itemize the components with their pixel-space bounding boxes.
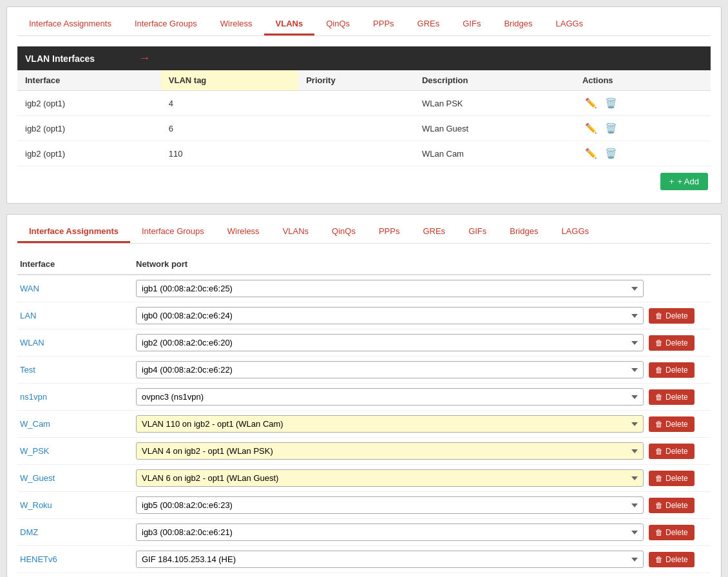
- iface-delete-button-8[interactable]: 🗑 Delete: [649, 498, 694, 513]
- top-tab-vlans[interactable]: VLANs: [264, 14, 315, 35]
- top-tab-laggs[interactable]: LAGGs: [544, 14, 595, 35]
- trash-icon: 🗑️: [605, 148, 617, 159]
- iface-select-8[interactable]: igb5 (00:08:a2:0c:e6:23): [136, 496, 644, 514]
- col-priority: Priority: [298, 70, 414, 91]
- trash-icon: 🗑️: [605, 97, 617, 108]
- iface-cell-name-2: WLAN: [17, 329, 133, 357]
- iface-delete-button-1[interactable]: 🗑 Delete: [649, 308, 694, 324]
- delete-icon-4: 🗑: [655, 393, 663, 402]
- iface-cell-name-3: Test: [17, 357, 133, 384]
- bottom-tab-interface-groups[interactable]: Interface Groups: [130, 221, 216, 243]
- iface-delete-button-9[interactable]: 🗑 Delete: [649, 525, 694, 540]
- iface-cell-port-9: igb3 (00:08:a2:0c:e6:21): [133, 519, 646, 546]
- iface-delete-button-7[interactable]: 🗑 Delete: [649, 471, 694, 486]
- iface-select-2[interactable]: igb2 (00:08:a2:0c:e6:20): [136, 334, 644, 351]
- vlan-delete-button-1[interactable]: 🗑️: [602, 121, 620, 135]
- iface-delete-button-10[interactable]: 🗑 Delete: [649, 552, 694, 567]
- vlan-edit-button-1[interactable]: ✏️: [582, 121, 600, 135]
- iface-cell-port-1: igb0 (00:08:a2:0c:e6:24): [133, 302, 646, 329]
- bottom-tab-wireless[interactable]: Wireless: [216, 221, 271, 243]
- iface-link-8[interactable]: W_Roku: [20, 500, 52, 510]
- vlan-edit-button-2[interactable]: ✏️: [582, 146, 600, 161]
- bottom-tab-ppps[interactable]: PPPs: [367, 221, 412, 243]
- iface-delete-cell-10: 🗑 Delete: [646, 546, 711, 573]
- iface-delete-button-4[interactable]: 🗑 Delete: [649, 389, 694, 405]
- iface-delete-cell-8: 🗑 Delete: [646, 492, 711, 519]
- iface-link-9[interactable]: DMZ: [20, 527, 38, 537]
- bottom-tab-gres[interactable]: GREs: [411, 221, 457, 243]
- iface-delete-button-5[interactable]: 🗑 Delete: [649, 416, 694, 432]
- top-tab-gifs[interactable]: GIFs: [451, 14, 492, 35]
- iface-cell-port-2: igb2 (00:08:a2:0c:e6:20): [133, 329, 646, 357]
- iface-select-1[interactable]: igb0 (00:08:a2:0c:e6:24): [136, 307, 644, 324]
- top-nav-tabs: Interface AssignmentsInterface GroupsWir…: [17, 14, 711, 36]
- vlan-add-button[interactable]: + + Add: [660, 173, 708, 190]
- bottom-tab-bridges[interactable]: Bridges: [498, 221, 550, 243]
- iface-link-4[interactable]: ns1vpn: [20, 392, 47, 402]
- iface-select-5[interactable]: VLAN 110 on igb2 - opt1 (WLan Cam): [136, 415, 644, 433]
- iface-select-3[interactable]: igb4 (00:08:a2:0c:e6:22): [136, 361, 644, 378]
- iface-delete-button-3[interactable]: 🗑 Delete: [649, 362, 694, 378]
- iface-cell-name-7: W_Guest: [17, 465, 133, 492]
- vlan-cell-tag: 6: [161, 116, 298, 141]
- iface-cell-port-10: GIF 184.105.253.14 (HE): [133, 546, 646, 573]
- bottom-tab-laggs[interactable]: LAGGs: [550, 221, 600, 243]
- iface-select-7[interactable]: VLAN 6 on igb2 - opt1 (WLan Guest): [136, 469, 644, 487]
- bottom-tab-gifs[interactable]: GIFs: [457, 221, 498, 243]
- bottom-tab-vlans[interactable]: VLANs: [271, 221, 320, 243]
- bottom-tab-qinqs[interactable]: QinQs: [320, 221, 367, 243]
- iface-cell-port-5: VLAN 110 on igb2 - opt1 (WLan Cam): [133, 411, 646, 438]
- iface-row-7: W_Guest VLAN 6 on igb2 - opt1 (WLan Gues…: [17, 465, 711, 492]
- iface-delete-button-2[interactable]: 🗑 Delete: [649, 335, 694, 351]
- iface-cell-port-3: igb4 (00:08:a2:0c:e6:22): [133, 357, 646, 384]
- iface-select-9[interactable]: igb3 (00:08:a2:0c:e6:21): [136, 523, 644, 541]
- top-tab-interface-assignments[interactable]: Interface Assignments: [17, 14, 123, 35]
- iface-delete-cell-5: 🗑 Delete: [646, 411, 711, 438]
- iface-link-2[interactable]: WLAN: [20, 338, 44, 347]
- top-tab-qinqs[interactable]: QinQs: [314, 14, 361, 35]
- iface-cell-port-7: VLAN 6 on igb2 - opt1 (WLan Guest): [133, 465, 646, 492]
- iface-cell-name-10: HENETv6: [17, 546, 133, 573]
- iface-link-6[interactable]: W_PSK: [20, 446, 50, 456]
- delete-icon-2: 🗑: [655, 338, 663, 347]
- vlan-delete-button-2[interactable]: 🗑️: [602, 146, 620, 161]
- top-tab-bridges[interactable]: Bridges: [492, 14, 544, 35]
- iface-row-1: LAN igb0 (00:08:a2:0c:e6:24) 🗑 Delete: [17, 302, 711, 329]
- iface-link-3[interactable]: Test: [20, 365, 35, 375]
- iface-link-7[interactable]: W_Guest: [20, 473, 55, 483]
- iface-link-10[interactable]: HENETv6: [20, 554, 57, 564]
- col-vlan-tag: VLAN tag: [161, 70, 298, 91]
- vlan-cell-priority: [298, 116, 414, 141]
- delete-label-1: Delete: [666, 311, 688, 320]
- pencil-icon: ✏️: [585, 97, 597, 108]
- vlan-edit-button-0[interactable]: ✏️: [582, 96, 600, 110]
- iface-delete-cell-0: [646, 275, 711, 302]
- delete-icon-3: 🗑: [655, 366, 663, 375]
- col-iface-header: Interface: [17, 254, 133, 275]
- delete-icon-6: 🗑: [655, 447, 663, 456]
- top-tab-gres[interactable]: GREs: [406, 14, 452, 35]
- delete-label-2: Delete: [666, 338, 688, 347]
- top-tab-interface-groups[interactable]: Interface Groups: [123, 14, 209, 35]
- iface-select-10[interactable]: GIF 184.105.253.14 (HE): [136, 551, 644, 568]
- vlan-delete-button-0[interactable]: 🗑️: [602, 96, 620, 110]
- col-actions: Actions: [575, 70, 711, 91]
- iface-select-0[interactable]: igb1 (00:08:a2:0c:e6:25): [136, 280, 644, 297]
- bottom-tab-interface-assignments[interactable]: Interface Assignments: [17, 221, 130, 243]
- delete-label-8: Delete: [666, 501, 688, 510]
- iface-cell-name-0: WAN: [17, 275, 133, 302]
- iface-delete-button-6[interactable]: 🗑 Delete: [649, 444, 694, 459]
- iface-link-1[interactable]: LAN: [20, 311, 36, 320]
- top-tab-wireless[interactable]: Wireless: [209, 14, 264, 35]
- iface-select-4[interactable]: ovpnc3 (ns1vpn): [136, 388, 644, 406]
- iface-select-6[interactable]: VLAN 4 on igb2 - opt1 (WLan PSK): [136, 442, 644, 460]
- iface-link-5[interactable]: W_Cam: [20, 419, 50, 429]
- available-ports-label: Available network ports:: [17, 573, 133, 578]
- top-tab-ppps[interactable]: PPPs: [361, 14, 406, 35]
- delete-label-7: Delete: [666, 474, 688, 483]
- iface-link-0[interactable]: WAN: [20, 284, 39, 293]
- delete-icon-9: 🗑: [655, 528, 663, 537]
- vlan-cell-interface: igb2 (opt1): [17, 141, 161, 166]
- vlan-cell-tag: 4: [161, 91, 298, 116]
- vlan-row-1: igb2 (opt1) 6 WLan Guest ✏️ 🗑️: [17, 116, 711, 141]
